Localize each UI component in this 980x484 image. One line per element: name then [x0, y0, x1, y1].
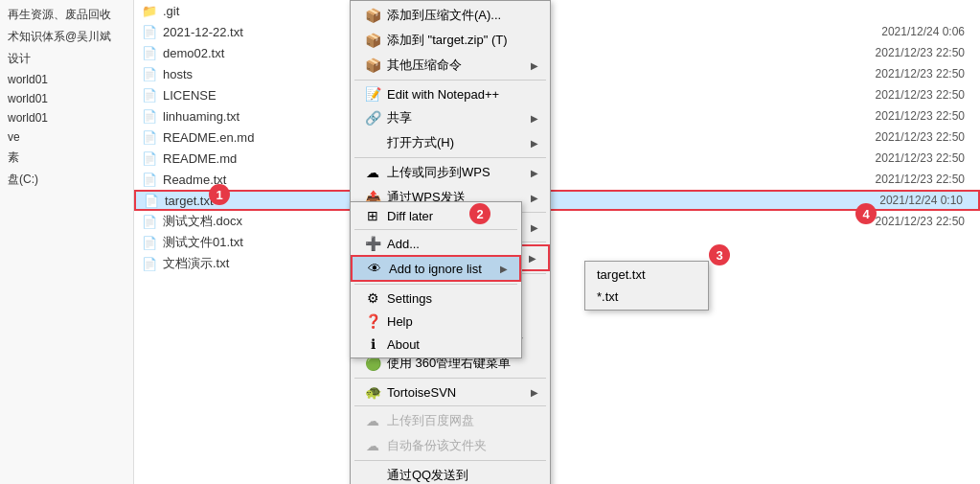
svn-icon: 🐢 — [362, 384, 383, 400]
arrow-icon: ▶ — [531, 113, 538, 124]
file-item-linhuaming[interactable]: 📄 linhuaming.txt 2021/12/23 22:50 — [134, 105, 980, 127]
menu-share[interactable]: 🔗 共享 ▶ — [351, 105, 550, 130]
sidebar-item-5[interactable]: world01 — [0, 89, 133, 108]
submenu-diff-later[interactable]: ⊞ Diff later — [351, 204, 521, 227]
file-item-hosts[interactable]: 📄 hosts 2021/12/23 22:50 — [134, 63, 980, 84]
file-icon: 📄 — [142, 45, 157, 60]
file-icon: 📄 — [142, 256, 157, 271]
file-icon: 📄 — [142, 87, 157, 103]
file-icon: 📄 — [142, 172, 157, 187]
file-item-test01[interactable]: 📄 测试文件01.txt — [134, 232, 980, 253]
submenu-about[interactable]: ℹ About — [351, 333, 521, 356]
file-date: 2021/12/23 22:50 — [848, 109, 972, 123]
file-date: 2021/12/23 22:50 — [848, 130, 972, 144]
arrow-icon: ▶ — [529, 253, 536, 264]
arrow-icon: ▶ — [531, 138, 538, 149]
menu-baidu-backup[interactable]: ☁ 自动备份该文件夹 — [351, 433, 550, 458]
separator — [354, 284, 517, 285]
sidebar-item-6[interactable]: world01 — [0, 108, 133, 127]
sidebar-item-2[interactable]: 术知识体系@吴川斌 — [0, 26, 133, 48]
file-item-license[interactable]: 📄 LICENSE 2021/12/23 22:50 — [134, 84, 980, 105]
file-item-target[interactable]: 📄 target.txt 2021/12/24 0:10 — [134, 190, 980, 211]
file-item-readme-txt[interactable]: 📄 Readme.txt 2021/12/23 22:50 — [134, 169, 980, 190]
menu-add-target-zip[interactable]: 📦 添加到 "target.zip" (T) — [351, 28, 550, 53]
submenu-settings[interactable]: ⚙ Settings — [351, 287, 521, 310]
share-icon: 🔗 — [362, 110, 383, 126]
file-icon: 📄 — [142, 150, 157, 166]
menu-label: 自动备份该文件夹 — [387, 437, 487, 454]
file-icon: 📄 — [142, 235, 157, 250]
ignore-icon: 👁 — [364, 261, 385, 276]
baidu-backup-icon: ☁ — [362, 438, 383, 453]
submenu-add[interactable]: ➕ Add... — [351, 232, 521, 255]
separator — [354, 378, 546, 379]
menu-label: Diff later — [387, 209, 433, 223]
arrow-icon: ▶ — [531, 168, 538, 178]
annotation-3: 3 — [709, 244, 730, 265]
arrow-icon: ▶ — [531, 193, 538, 203]
menu-qq-send[interactable]: 通过QQ发送到 — [351, 463, 550, 484]
annotation-1: 1 — [209, 184, 230, 205]
file-item-readme[interactable]: 📄 README.md 2021/12/23 22:50 — [134, 148, 980, 169]
menu-open-with[interactable]: 打开方式(H) ▶ — [351, 130, 550, 155]
sidebar-item-8[interactable]: 素 — [0, 147, 133, 169]
file-name: 测试文件01.txt — [163, 234, 972, 251]
arrow-icon: ▶ — [531, 222, 538, 233]
menu-label: Edit with Notepad++ — [387, 87, 499, 102]
menu-label: 通过QQ发送到 — [387, 467, 468, 484]
file-list: 📁 .git 📄 2021-12-22.txt 2021/12/24 0:06 … — [134, 0, 980, 484]
baidu-icon: ☁ — [362, 413, 383, 428]
file-date: 2021/12/23 22:50 — [848, 151, 972, 165]
file-date: 2021/12/23 22:50 — [848, 67, 972, 81]
file-icon: 📄 — [142, 129, 157, 145]
file-item-demo02[interactable]: 📄 demo02.txt 2021/12/23 22:50 — [134, 42, 980, 63]
menu-add-zip[interactable]: 📦 添加到压缩文件(A)... — [351, 3, 550, 28]
tortoisegit-submenu: ⊞ Diff later ➕ Add... 👁 Add to ignore li… — [350, 201, 522, 358]
sidebar: 再生资源、废品回收 术知识体系@吴川斌 设计 world01 world01 w… — [0, 0, 134, 484]
menu-notepad[interactable]: 📝 Edit with Notepad++ — [351, 82, 550, 105]
file-item-2021txt[interactable]: 📄 2021-12-22.txt 2021/12/24 0:06 — [134, 21, 980, 42]
sidebar-item-1[interactable]: 再生资源、废品回收 — [0, 4, 133, 26]
arrow-icon: ▶ — [531, 60, 538, 71]
sidebar-item-9[interactable]: 盘(C:) — [0, 169, 133, 191]
file-item-readme-en[interactable]: 📄 README.en.md 2021/12/23 22:50 — [134, 127, 980, 148]
wps-icon: ☁ — [362, 165, 383, 180]
ignore-item-label: target.txt — [597, 267, 646, 282]
ignore-star-txt[interactable]: *.txt — [585, 286, 708, 308]
ignore-target-txt[interactable]: target.txt — [585, 264, 708, 286]
separator — [354, 229, 517, 230]
notepad-icon: 📝 — [362, 86, 383, 102]
menu-other-zip[interactable]: 📦 其他压缩命令 ▶ — [351, 53, 550, 78]
file-name: 文档演示.txt — [163, 255, 972, 272]
diff-icon: ⊞ — [362, 208, 383, 223]
about-icon: ℹ — [362, 336, 383, 352]
menu-label: 添加到 "target.zip" (T) — [387, 32, 508, 49]
sidebar-item-3[interactable]: 设计 — [0, 48, 133, 70]
file-item-git[interactable]: 📁 .git — [134, 0, 980, 21]
file-icon: 📄 — [142, 24, 157, 39]
file-icon: 📄 — [142, 66, 157, 81]
zip-icon: 📦 — [362, 33, 383, 48]
ignore-submenu: target.txt *.txt — [584, 261, 709, 311]
zip-icon: 📦 — [362, 58, 383, 73]
menu-tortoisesvn[interactable]: 🐢 TortoiseSVN ▶ — [351, 380, 550, 403]
file-item-demo-txt[interactable]: 📄 文档演示.txt — [134, 253, 980, 274]
annotation-2: 2 — [469, 203, 490, 224]
menu-label: Help — [387, 314, 413, 329]
sidebar-item-7[interactable]: ve — [0, 127, 133, 147]
file-name: .git — [163, 4, 972, 18]
separator — [354, 405, 546, 406]
ignore-item-label: *.txt — [597, 289, 618, 304]
sidebar-item-4[interactable]: world01 — [0, 70, 133, 89]
submenu-help[interactable]: ❓ Help — [351, 310, 521, 333]
file-item-docx[interactable]: 📄 测试文档.docx 2021/12/23 22:50 — [134, 211, 980, 232]
settings-icon: ⚙ — [362, 290, 383, 306]
file-icon: 📄 — [142, 214, 157, 229]
file-icon: 📄 — [144, 193, 159, 208]
file-date: 2021/12/23 22:50 — [848, 173, 972, 186]
menu-upload-wps[interactable]: ☁ 上传或同步到WPS ▶ — [351, 160, 550, 185]
folder-icon: 📁 — [142, 3, 157, 18]
submenu-add-to-ignore[interactable]: 👁 Add to ignore list ▶ — [351, 255, 521, 282]
menu-baidu[interactable]: ☁ 上传到百度网盘 — [351, 408, 550, 433]
menu-label: Add... — [387, 237, 420, 251]
